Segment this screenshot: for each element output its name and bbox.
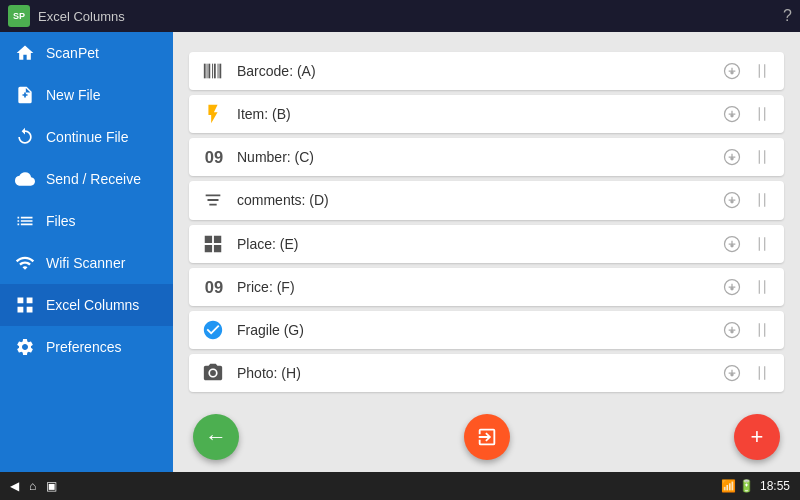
sidebar-item-excel-columns[interactable]: Excel Columns xyxy=(0,284,173,326)
column-actions xyxy=(720,59,774,83)
column-expand-btn[interactable] xyxy=(720,275,744,299)
refresh-circle-icon xyxy=(14,126,36,148)
column-label: Number: (C) xyxy=(237,149,720,165)
column-actions xyxy=(720,188,774,212)
svg-rect-2 xyxy=(208,64,210,79)
column-drag-btn[interactable] xyxy=(750,275,774,299)
svg-rect-1 xyxy=(207,64,208,79)
svg-rect-3 xyxy=(212,64,213,79)
status-nav: ◀ ⌂ ▣ xyxy=(10,479,57,493)
svg-rect-4 xyxy=(214,64,216,79)
sidebar-item-preferences[interactable]: Preferences xyxy=(0,326,173,368)
recents-nav-icon[interactable]: ▣ xyxy=(46,479,57,493)
column-label: comments: (D) xyxy=(237,192,720,208)
home-icon xyxy=(14,42,36,64)
file-plus-icon xyxy=(14,84,36,106)
column-label: Price: (F) xyxy=(237,279,720,295)
column-drag-btn[interactable] xyxy=(750,102,774,126)
column-row-number[interactable]: 09 Number: (C) xyxy=(189,138,784,176)
status-bar: ◀ ⌂ ▣ 📶 🔋 18:55 xyxy=(0,472,800,500)
column-drag-btn[interactable] xyxy=(750,361,774,385)
column-row-price[interactable]: 09 Price: (F) xyxy=(189,268,784,306)
app-logo: SP xyxy=(8,5,30,27)
column-label: Barcode: (A) xyxy=(237,63,720,79)
column-expand-btn[interactable] xyxy=(720,188,744,212)
column-expand-btn[interactable] xyxy=(720,145,744,169)
hash-icon: 09 xyxy=(199,273,227,301)
column-drag-btn[interactable] xyxy=(750,59,774,83)
column-drag-btn[interactable] xyxy=(750,188,774,212)
column-drag-btn[interactable] xyxy=(750,232,774,256)
column-label: Fragile (G) xyxy=(237,322,720,338)
main-content: Barcode: (A) Item: (B) 09 xyxy=(173,32,800,472)
column-label: Place: (E) xyxy=(237,236,720,252)
column-actions xyxy=(720,318,774,342)
sidebar-item-wifi-scanner[interactable]: Wifi Scanner xyxy=(0,242,173,284)
sidebar-item-new-file[interactable]: New File xyxy=(0,74,173,116)
column-actions xyxy=(720,102,774,126)
sidebar: ScanPet New File Continue File Send / Re… xyxy=(0,32,173,472)
sidebar-item-label: ScanPet xyxy=(46,45,99,61)
sidebar-item-scanpet[interactable]: ScanPet xyxy=(0,32,173,74)
back-nav-icon[interactable]: ◀ xyxy=(10,479,19,493)
svg-text:09: 09 xyxy=(205,277,223,295)
sidebar-item-label: Files xyxy=(46,213,76,229)
gear-icon xyxy=(14,336,36,358)
status-info: 📶 🔋 18:55 xyxy=(721,479,790,493)
sidebar-item-label: Continue File xyxy=(46,129,129,145)
column-expand-btn[interactable] xyxy=(720,59,744,83)
column-expand-btn[interactable] xyxy=(720,361,744,385)
add-button[interactable]: + xyxy=(734,414,780,460)
app-title: Excel Columns xyxy=(38,9,775,24)
sidebar-item-send-receive[interactable]: Send / Receive xyxy=(0,158,173,200)
sidebar-item-label: New File xyxy=(46,87,100,103)
home-nav-icon[interactable]: ⌂ xyxy=(29,479,36,493)
grid-icon xyxy=(14,294,36,316)
logout-button[interactable] xyxy=(464,414,510,460)
column-actions xyxy=(720,232,774,256)
svg-rect-6 xyxy=(219,64,221,79)
sidebar-item-label: Excel Columns xyxy=(46,297,139,313)
bottom-actions: ← + xyxy=(173,402,800,472)
column-row-item[interactable]: Item: (B) xyxy=(189,95,784,133)
camera-icon xyxy=(199,359,227,387)
barcode-icon xyxy=(199,57,227,85)
sidebar-item-label: Preferences xyxy=(46,339,121,355)
svg-text:09: 09 xyxy=(205,148,223,166)
back-button[interactable]: ← xyxy=(193,414,239,460)
column-drag-btn[interactable] xyxy=(750,318,774,342)
hash-icon: 09 xyxy=(199,143,227,171)
svg-rect-5 xyxy=(218,64,219,79)
column-actions xyxy=(720,361,774,385)
sidebar-item-label: Wifi Scanner xyxy=(46,255,125,271)
column-row-place[interactable]: Place: (E) xyxy=(189,225,784,263)
column-expand-btn[interactable] xyxy=(720,102,744,126)
column-row-photo[interactable]: Photo: (H) xyxy=(189,354,784,392)
column-expand-btn[interactable] xyxy=(720,232,744,256)
list-icon xyxy=(14,210,36,232)
sidebar-item-files[interactable]: Files xyxy=(0,200,173,242)
title-bar: SP Excel Columns ? xyxy=(0,0,800,32)
sidebar-item-continue-file[interactable]: Continue File xyxy=(0,116,173,158)
status-icons: 📶 🔋 xyxy=(721,479,754,493)
column-actions xyxy=(720,145,774,169)
column-label: Photo: (H) xyxy=(237,365,720,381)
cloud-icon xyxy=(14,168,36,190)
status-time: 18:55 xyxy=(760,479,790,493)
bolt-icon xyxy=(199,100,227,128)
column-row-fragile[interactable]: Fragile (G) xyxy=(189,311,784,349)
columns-list: Barcode: (A) Item: (B) 09 xyxy=(173,42,800,402)
lines-icon xyxy=(199,186,227,214)
column-actions xyxy=(720,275,774,299)
column-row-comments[interactable]: comments: (D) xyxy=(189,181,784,219)
column-drag-btn[interactable] xyxy=(750,145,774,169)
column-row-barcode[interactable]: Barcode: (A) xyxy=(189,52,784,90)
check-circle-icon xyxy=(199,316,227,344)
sidebar-item-label: Send / Receive xyxy=(46,171,141,187)
svg-rect-0 xyxy=(204,64,206,79)
column-expand-btn[interactable] xyxy=(720,318,744,342)
help-icon[interactable]: ? xyxy=(783,7,792,25)
wifi-icon xyxy=(14,252,36,274)
column-label: Item: (B) xyxy=(237,106,720,122)
grid-list-icon xyxy=(199,230,227,258)
